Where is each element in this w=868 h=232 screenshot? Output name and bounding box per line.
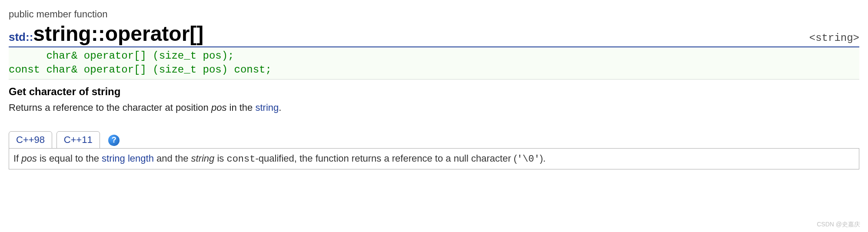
page-title: std::string::operator[] bbox=[9, 22, 203, 46]
prototype-line: char& operator[] (size_t pos); bbox=[9, 50, 234, 62]
prototype-block: char& operator[] (size_t pos); const cha… bbox=[9, 47, 859, 80]
member-name: operator[] bbox=[105, 22, 204, 45]
desc-text: in the bbox=[226, 102, 255, 113]
tab-cpp98[interactable]: C++98 bbox=[9, 131, 52, 149]
desc-text: Returns a reference to the character at … bbox=[9, 102, 211, 113]
content-text: and the bbox=[154, 153, 191, 164]
content-text: If bbox=[13, 153, 21, 164]
tabs-container: C++98 C++11 ? bbox=[9, 131, 859, 148]
desc-text: . bbox=[279, 102, 281, 113]
header-file: <string> bbox=[809, 32, 859, 44]
category-label: public member function bbox=[9, 9, 859, 20]
description: Returns a reference to the character at … bbox=[9, 102, 859, 113]
title-row: std::string::operator[] <string> bbox=[9, 22, 859, 47]
section-heading: Get character of string bbox=[9, 86, 859, 98]
param-string: string bbox=[191, 153, 215, 164]
string-length-link[interactable]: string length bbox=[102, 153, 154, 164]
namespace: std:: bbox=[9, 30, 33, 43]
string-link[interactable]: string bbox=[255, 102, 279, 113]
content-text: is equal to the bbox=[37, 153, 102, 164]
tab-cpp11[interactable]: C++11 bbox=[57, 131, 100, 149]
code-null: '\0' bbox=[517, 154, 540, 165]
prototype-line: const char& operator[] (size_t pos) cons… bbox=[9, 64, 272, 76]
tab-content: If pos is equal to the string length and… bbox=[9, 148, 859, 169]
content-text: ). bbox=[540, 153, 545, 164]
help-icon[interactable]: ? bbox=[108, 135, 120, 146]
code-const: const bbox=[226, 154, 255, 165]
param-pos: pos bbox=[21, 153, 37, 164]
separator: :: bbox=[91, 22, 105, 45]
content-text: -qualified, the function returns a refer… bbox=[255, 153, 517, 164]
content-text: is bbox=[214, 153, 226, 164]
class-name: string bbox=[33, 22, 91, 45]
param-pos: pos bbox=[211, 102, 226, 113]
